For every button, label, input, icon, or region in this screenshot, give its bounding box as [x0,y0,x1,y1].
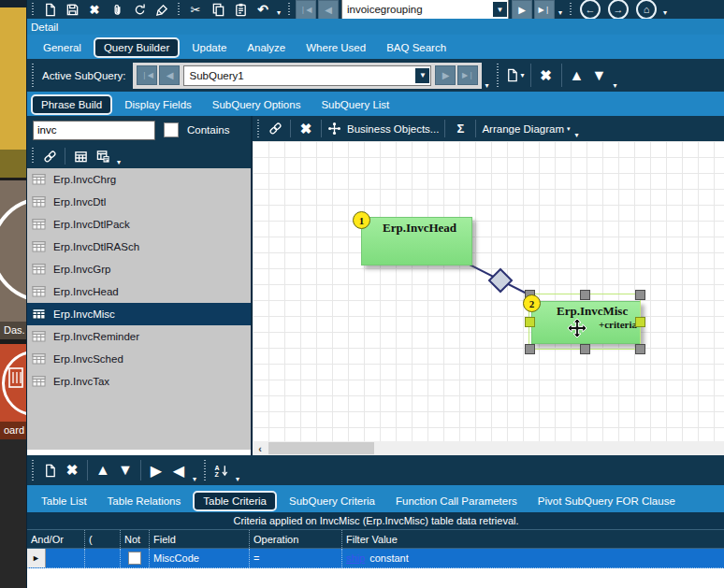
attachment-button[interactable] [106,0,128,19]
column-header-field[interactable]: Field [150,530,250,548]
tab-subquery-criteria[interactable]: SubQuery Criteria [279,492,385,512]
tab-subquery-options[interactable]: SubQuery Options [202,95,311,116]
contains-checkbox[interactable] [164,122,179,137]
tab-display-fields[interactable]: Display Fields [114,95,202,116]
previous-record-button[interactable]: ◀ [318,0,339,20]
column-header-paren[interactable]: ( [85,530,121,548]
toolbar-grip[interactable] [203,460,207,480]
resize-handle-sw[interactable] [525,344,535,354]
move-down-button[interactable]: ▼ [588,66,611,85]
column-header-not[interactable]: Not [121,530,150,548]
resize-handle-n[interactable] [580,290,590,300]
toolbar-grip[interactable] [569,3,572,16]
tab-where-used[interactable]: Where Used [296,38,376,59]
indent-button[interactable]: ▶ [145,461,167,480]
overflow-dropdown[interactable]: ▾ [660,6,670,17]
table-row[interactable]: Erp.InvcHead [27,280,251,303]
resize-handle-w[interactable] [525,317,535,327]
subquery-combo[interactable]: SubQuery1 ▼ [183,65,431,86]
first-record-button[interactable]: ❘◀ [296,0,316,20]
table-row[interactable]: Erp.InvcTax [27,370,251,393]
tab-subquery-list[interactable]: SubQuery List [311,95,399,116]
tab-function-call-parameters[interactable]: Function Call Parameters [385,492,528,512]
filter-value-link[interactable]: ship [346,552,365,564]
table-search-input[interactable] [33,121,155,140]
table-row[interactable]: Erp.InvcGrp [27,258,251,280]
last-subquery-button[interactable]: ▶❘ [457,65,478,85]
clear-button[interactable] [151,0,173,19]
cell-operation[interactable]: = [250,549,342,567]
tab-query-builder[interactable]: Query Builder [94,37,180,58]
toolbar-grip[interactable] [177,3,181,16]
diagram-horizontal-scrollbar[interactable]: ‹ [253,441,724,455]
criteria-row[interactable]: ► MiscCode = ship constant [27,549,724,568]
tab-analyze[interactable]: Analyze [237,38,296,59]
row-selector[interactable]: ► [27,549,46,567]
toolbar-grip[interactable] [287,3,291,16]
toolbar-grip[interactable] [256,120,260,137]
business-objects-button[interactable]: Business Objects... [326,120,441,138]
outdent-button[interactable]: ◀ [167,461,190,480]
move-down-button[interactable]: ▼ [114,461,137,480]
copy-button[interactable] [207,0,229,19]
scroll-left-button[interactable]: ‹ [253,441,268,455]
link-tables-button[interactable] [264,120,286,138]
tab-table-relations[interactable]: Table Relations [97,492,192,512]
cell-field[interactable]: MiscCode [150,549,250,567]
delete-subquery-button[interactable]: ✖ [535,66,557,85]
overflow-dropdown[interactable]: ▾ [114,155,123,166]
toolbar-grip[interactable] [31,64,35,87]
table-row-selected[interactable]: Erp.InvcMisc [27,303,251,325]
toolbar-grip[interactable] [31,148,35,165]
remove-table-button[interactable]: ✖ [295,120,317,138]
cell-paren[interactable] [85,549,121,567]
table-row[interactable]: Erp.InvcDtlRASch [27,236,251,258]
table-lookup-button[interactable] [92,147,114,165]
resize-handle-ne[interactable] [635,290,645,300]
refresh-button[interactable] [128,0,151,19]
undo-button[interactable]: ↶ [252,0,274,19]
move-up-button[interactable]: ▲ [566,66,588,85]
query-diagram-canvas[interactable]: Erp.InvcHead 1 Erp.InvcMisc +criteria 2 [253,141,724,441]
resize-handle-e[interactable] [635,317,645,327]
toolbar-grip[interactable] [31,3,35,16]
combo-dropdown-button[interactable]: ▼ [493,2,507,17]
new-criteria-button[interactable] [38,461,61,480]
column-header-filter-value[interactable]: Filter Value [342,530,724,548]
tab-update[interactable]: Update [181,38,237,59]
delete-criteria-button[interactable]: ✖ [61,461,83,480]
new-subquery-button[interactable]: ▾ [503,66,527,85]
tab-table-list[interactable]: Table List [31,492,97,512]
not-checkbox[interactable] [128,552,141,565]
overflow-dropdown[interactable]: ▾ [611,79,620,90]
sort-az-button[interactable]: AZ [210,461,233,480]
navigate-back-button[interactable]: ← [580,0,601,20]
table-row[interactable]: Erp.InvcSched [27,348,251,370]
overflow-dropdown[interactable]: ▾ [190,472,199,483]
cell-filter-value[interactable]: ship constant [342,549,724,567]
table-row[interactable]: Erp.InvcChrg [27,168,251,191]
move-up-button[interactable]: ▲ [92,461,114,480]
sum-button[interactable]: Σ [449,120,471,138]
cut-button[interactable]: ✂ [184,0,207,19]
cell-not[interactable] [121,549,150,567]
resize-handle-s[interactable] [580,344,590,354]
overflow-dropdown[interactable]: ▾ [572,128,582,139]
table-row[interactable]: Erp.InvcDtl [27,191,251,213]
column-header-operation[interactable]: Operation [250,530,342,548]
scrollbar-thumb[interactable] [268,442,374,454]
record-combo[interactable]: invoicegrouping ▼ [341,0,509,20]
diagram-node-invchead[interactable]: Erp.InvcHead [361,217,472,265]
overflow-dropdown[interactable]: ▾ [233,472,242,483]
split-dropdown[interactable]: ▾ [521,71,525,79]
home-button[interactable]: ⌂ [636,0,657,20]
new-button[interactable] [38,0,61,19]
delete-button[interactable]: ✖ [83,0,106,19]
toolbar-grip[interactable] [496,64,500,87]
tab-general[interactable]: General [33,38,92,59]
tab-table-criteria[interactable]: Table Criteria [193,491,277,511]
paste-button[interactable] [229,0,252,19]
column-header-andor[interactable]: And/Or [27,530,85,548]
save-button[interactable] [61,0,83,19]
toolbar-grip[interactable] [31,460,35,480]
